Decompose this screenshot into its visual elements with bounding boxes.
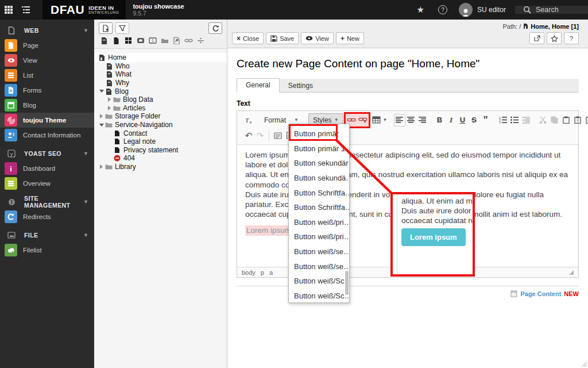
sidebar-item-toujou-theme[interactable]: toujou Theme xyxy=(0,113,94,128)
drag-grid-icon[interactable] xyxy=(124,36,133,45)
help-icon[interactable]: ? xyxy=(438,5,447,14)
copy-button[interactable] xyxy=(549,114,560,126)
bullet-list-button[interactable] xyxy=(509,114,520,126)
paste-text-button[interactable]: T xyxy=(572,114,583,126)
tree-node-library[interactable]: Library xyxy=(94,163,227,171)
close-button[interactable]: × Close xyxy=(232,32,264,44)
refresh-button[interactable] xyxy=(208,22,222,34)
style-option[interactable]: Button sekundär xyxy=(289,156,349,171)
drag-link-icon[interactable] xyxy=(184,36,193,45)
sidebar-item-filelist[interactable]: Filelist xyxy=(0,243,94,258)
style-option[interactable]: Button weiß/Sc… xyxy=(289,289,349,303)
collapse-toggle-icon[interactable] xyxy=(98,122,105,128)
tree-node-service-navigation[interactable]: Service-Navigation xyxy=(94,121,227,129)
help-button[interactable]: ? xyxy=(564,32,579,44)
sidebar-item-list[interactable]: List xyxy=(0,68,94,83)
blockquote-button[interactable]: ” xyxy=(480,114,492,126)
remove-format-button[interactable]: Tx xyxy=(243,114,254,126)
align-left-button[interactable] xyxy=(394,114,405,126)
tree-node-blog-data[interactable]: Blog Data xyxy=(94,95,227,104)
preview-primary-button[interactable]: Lorem ipsum xyxy=(401,228,466,246)
italic-button[interactable]: I xyxy=(446,114,457,126)
module-header-yoast[interactable]: y YOAST SEO ▼ xyxy=(0,146,94,161)
show-blocks-button[interactable] xyxy=(272,129,284,142)
element-path-a[interactable]: a xyxy=(269,269,273,276)
sidebar-item-contact-information[interactable]: Contact Information xyxy=(0,128,94,143)
tree-node-404[interactable]: 404 xyxy=(94,154,227,163)
new-page-button[interactable] xyxy=(99,22,113,34)
dfau-logo[interactable]: DFAU IDEEN IN ENTWICKLUNG xyxy=(42,0,126,20)
table-button[interactable] xyxy=(371,114,382,126)
cut-button[interactable] xyxy=(537,114,549,126)
outdent-button[interactable] xyxy=(520,114,532,126)
bold-button[interactable]: B xyxy=(434,114,446,126)
style-option-button-primaer[interactable]: Button primär xyxy=(289,126,349,141)
tree-node-blog[interactable]: Blog xyxy=(94,87,227,95)
bookmark-star-icon[interactable]: ★ xyxy=(410,5,431,15)
module-header-site-management[interactable]: SITE MANAGEMENT ▼ xyxy=(0,194,94,209)
new-button[interactable]: + New xyxy=(336,32,364,44)
module-header-file[interactable]: FILE ▼ xyxy=(0,228,94,243)
tree-node-home[interactable]: Home xyxy=(94,53,227,62)
align-center-button[interactable] xyxy=(405,114,417,126)
numbered-list-button[interactable]: 123 xyxy=(497,114,509,126)
sidebar-item-page[interactable]: Page xyxy=(0,38,94,53)
style-option[interactable]: Button weiß/se… xyxy=(289,259,349,274)
underline-button[interactable]: U xyxy=(457,114,469,126)
record-label[interactable]: Page Content xyxy=(520,290,561,297)
user-menu[interactable]: SU editor xyxy=(454,3,515,17)
sidebar-item-overview[interactable]: Overview xyxy=(0,176,94,191)
redo-button[interactable]: ↷ xyxy=(254,129,266,142)
module-header-web[interactable]: WEB ▼ xyxy=(0,23,94,38)
sidebar-item-view[interactable]: View xyxy=(0,53,94,68)
window-resize-grip[interactable] xyxy=(580,360,587,367)
search-input[interactable]: Search xyxy=(515,6,588,14)
unlink-button[interactable] xyxy=(357,114,369,126)
dropdown-scrollbar-thumb[interactable] xyxy=(345,271,349,295)
drag-spacer-icon[interactable] xyxy=(196,36,205,45)
pagetree-toggle-button[interactable] xyxy=(17,0,34,20)
style-option[interactable]: Button weiß/se… xyxy=(289,244,349,259)
expand-toggle-icon[interactable] xyxy=(106,97,113,103)
style-option[interactable]: Button weiß/Sc… xyxy=(289,274,349,289)
drag-shortcut-icon[interactable] xyxy=(172,36,181,45)
bookmark-button[interactable] xyxy=(547,32,562,44)
strikethrough-button[interactable]: S xyxy=(469,114,480,126)
style-option[interactable]: Button primär 1… xyxy=(289,141,349,156)
tab-general[interactable]: General xyxy=(237,78,280,93)
collapse-toggle-icon[interactable] xyxy=(98,88,105,94)
tree-node-who[interactable]: Who xyxy=(94,62,227,71)
drag-special-icon[interactable]: 1 xyxy=(148,36,157,45)
drag-page-icon[interactable] xyxy=(100,36,109,45)
style-option[interactable]: Button weiß/pri… xyxy=(289,229,349,244)
expand-toggle-icon[interactable] xyxy=(98,113,105,120)
undo-button[interactable]: ↶ xyxy=(243,129,254,142)
tree-node-what[interactable]: What xyxy=(94,70,227,79)
table-caret-icon[interactable]: ▼ xyxy=(382,114,388,126)
expand-toggle-icon[interactable] xyxy=(106,105,113,111)
rte-resize-grip[interactable] xyxy=(569,270,574,275)
element-path-body[interactable]: body xyxy=(242,269,256,276)
filter-button[interactable] xyxy=(115,22,129,34)
sidebar-item-blog[interactable]: Blog xyxy=(0,98,94,113)
open-new-window-button[interactable] xyxy=(529,32,544,44)
paste-button[interactable] xyxy=(560,114,572,126)
drag-doc-icon[interactable] xyxy=(112,36,121,45)
element-path-p[interactable]: p xyxy=(261,269,264,276)
tree-node-why[interactable]: Why xyxy=(94,79,227,87)
align-right-button[interactable] xyxy=(417,114,428,126)
tab-settings[interactable]: Settings xyxy=(280,79,322,93)
view-button[interactable]: View xyxy=(301,32,334,44)
drag-mount-icon[interactable] xyxy=(136,36,145,45)
tree-node-articles[interactable]: Articles xyxy=(94,104,227,113)
rte-styled-link[interactable]: Lorem ipsum xyxy=(245,225,292,235)
style-option[interactable]: Button Schriftfa… xyxy=(289,185,349,200)
sidebar-item-dashboard[interactable]: i Dashboard xyxy=(0,161,94,176)
paste-word-button[interactable]: W xyxy=(583,114,588,126)
save-button[interactable]: Save xyxy=(266,32,299,44)
sidebar-item-redirects[interactable]: Redirects xyxy=(0,209,94,224)
expand-toggle-icon[interactable] xyxy=(98,164,105,170)
drag-folder-icon[interactable] xyxy=(160,36,169,45)
tree-node-contact[interactable]: Contact xyxy=(94,129,227,137)
style-option[interactable]: Button Schriftfa… xyxy=(289,200,349,215)
